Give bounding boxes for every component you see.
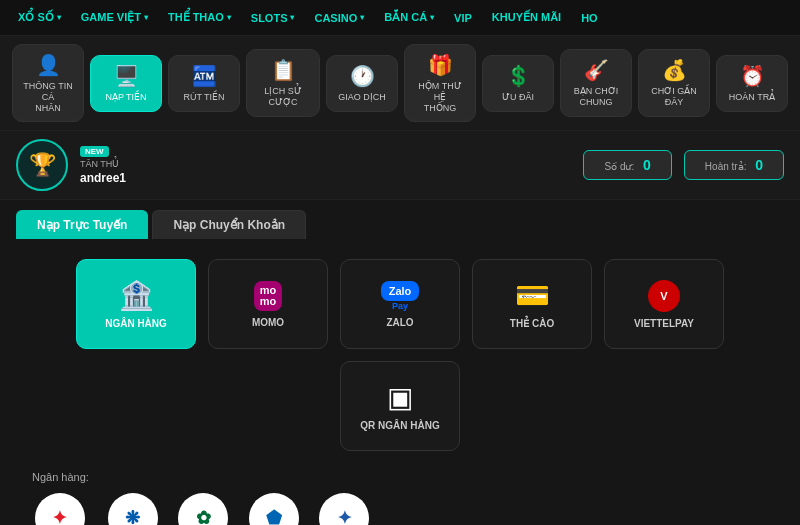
hoan-tra-icon: ⏰ xyxy=(740,64,765,88)
balance-label: Số dư: 0 xyxy=(604,157,650,173)
payment-btn-ngan-hang[interactable]: 🏦NGÂN HÀNG xyxy=(76,259,196,349)
lich-su-icon: 📋 xyxy=(271,58,296,82)
chevron-down-icon: ▾ xyxy=(227,13,231,22)
momo-label: MOMO xyxy=(252,317,284,328)
giao-dich-icon: 🕐 xyxy=(350,64,375,88)
nav-item-game-việt[interactable]: GAME VIỆT▾ xyxy=(71,11,158,24)
vietcombank-icon: ✿ xyxy=(178,493,228,525)
hoantra-value: 0 xyxy=(755,157,763,173)
tab-Nạp-Trực-Tuyến[interactable]: Nạp Trực Tuyến xyxy=(16,210,148,239)
ngan-hang-label: NGÂN HÀNG xyxy=(105,318,167,329)
chevron-down-icon: ▾ xyxy=(290,13,294,22)
icon-btn-nap-tien[interactable]: 🖥️NẠP TIỀN xyxy=(90,55,162,112)
thong-tin-icon: 👤 xyxy=(36,53,61,77)
icon-btn-ban-choi[interactable]: 🎸BẠN CHƠI CHUNG xyxy=(560,49,632,117)
nav-item-slots[interactable]: SLOTS▾ xyxy=(241,12,305,24)
icon-btn-lich-su[interactable]: 📋LỊCH SỬ CƯỢC xyxy=(246,49,320,117)
balance-box: Số dư: 0 xyxy=(583,150,671,180)
chevron-down-icon: ▾ xyxy=(144,13,148,22)
ngan-hang-icon: 🏦 xyxy=(119,279,154,312)
nap-tien-icon: 🖥️ xyxy=(114,64,139,88)
choi-gan-icon: 💰 xyxy=(662,58,687,82)
user-name: andree1 xyxy=(80,171,126,185)
bank-logos: ✦Techcombank❋Sacombank✿Vietcombank⬟Vieti… xyxy=(32,493,768,525)
icon-btn-hoan-tra[interactable]: ⏰HOÀN TRẢ xyxy=(716,55,788,112)
bank-logo-vietinbank[interactable]: ⬟Vietinbank xyxy=(249,493,299,525)
user-badge: NEW xyxy=(80,146,109,157)
nav-item-bắn-cá[interactable]: BẮN CÁ▾ xyxy=(374,11,444,24)
ban-choi-label: BẠN CHƠI CHUNG xyxy=(574,86,619,108)
sacombank-icon: ❋ xyxy=(108,493,158,525)
hom-thu-label: HỘM THƯ HỆ THỐNG xyxy=(411,81,469,113)
icon-btn-rut-tien[interactable]: 🏧RÚT TIỀN xyxy=(168,55,240,112)
chevron-down-icon: ▾ xyxy=(430,13,434,22)
hoantra-label: Hoàn trả: 0 xyxy=(705,157,763,173)
chevron-down-icon: ▾ xyxy=(57,13,61,22)
bank-logo-bidvbank[interactable]: ✦BIDVBank xyxy=(319,493,369,525)
nap-tien-label: NẠP TIỀN xyxy=(105,92,146,103)
hoantra-box: Hoàn trả: 0 xyxy=(684,150,784,180)
bank-logo-vietcombank[interactable]: ✿Vietcombank xyxy=(178,493,230,525)
icon-btn-giao-dich[interactable]: 🕐GIAO DỊCH xyxy=(326,55,398,112)
ban-choi-icon: 🎸 xyxy=(584,58,609,82)
rut-tien-icon: 🏧 xyxy=(192,64,217,88)
uu-dai-icon: 💲 xyxy=(506,64,531,88)
the-cao-label: THẺ CÀO xyxy=(510,318,554,329)
nav-item-khuyến-mãi[interactable]: KHUYẾN MÃI xyxy=(482,11,571,24)
rut-tien-label: RÚT TIỀN xyxy=(183,92,224,103)
hom-thu-icon: 🎁 xyxy=(428,53,453,77)
payment-btn-momo[interactable]: momoMOMO xyxy=(208,259,328,349)
lich-su-label: LỊCH SỬ CƯỢC xyxy=(253,86,313,108)
avatar: 🏆 xyxy=(16,139,68,191)
bidvbank-icon: ✦ xyxy=(319,493,369,525)
zalo-icon: ZaloPay xyxy=(381,281,420,311)
icon-btn-uu-dai[interactable]: 💲ƯU ĐÃI xyxy=(482,55,554,112)
payment-btn-zalo[interactable]: ZaloPayZALO xyxy=(340,259,460,349)
user-info: NEW TÂN THỦ andree1 xyxy=(80,146,126,185)
nav-item-xổ-số[interactable]: XỔ SỐ▾ xyxy=(8,11,71,24)
nav-item-casino[interactable]: CASINO▾ xyxy=(304,12,374,24)
momo-icon: momo xyxy=(254,281,283,311)
qr-ngan-hang-icon: ▣ xyxy=(387,381,413,414)
icon-bar: 👤THÔNG TIN CÁ NHÂN🖥️NẠP TIỀN🏧RÚT TIỀN📋LỊ… xyxy=(0,36,800,131)
bank-logo-sacombank[interactable]: ❋Sacombank xyxy=(108,493,158,525)
top-nav: XỔ SỐ▾GAME VIỆT▾THỂ THAO▾SLOTS▾CASINO▾BẮ… xyxy=(0,0,800,36)
tab-bar: Nạp Trực TuyếnNạp Chuyển Khoản xyxy=(0,200,800,239)
choi-gan-label: CHƠI GẦN ĐÂY xyxy=(645,86,703,108)
payment-grid: 🏦NGÂN HÀNGmomoMOMOZaloPayZALO💳THẺ CÀOVVI… xyxy=(16,259,784,451)
bank-section: Ngân hàng: ✦Techcombank❋Sacombank✿Vietco… xyxy=(16,471,784,525)
balance-value: 0 xyxy=(643,157,651,173)
payment-btn-viettelpay[interactable]: VVIETTELPAY xyxy=(604,259,724,349)
qr-ngan-hang-label: QR NGÂN HÀNG xyxy=(360,420,439,431)
viettelpay-label: VIETTELPAY xyxy=(634,318,694,329)
bank-section-label: Ngân hàng: xyxy=(32,471,768,483)
viettelpay-icon: V xyxy=(648,280,680,312)
thong-tin-label: THÔNG TIN CÁ NHÂN xyxy=(19,81,77,113)
zalo-label: ZALO xyxy=(386,317,413,328)
user-bar: 🏆 NEW TÂN THỦ andree1 Số dư: 0 Hoàn trả:… xyxy=(0,131,800,200)
icon-btn-choi-gan[interactable]: 💰CHƠI GẦN ĐÂY xyxy=(638,49,710,117)
giao-dich-label: GIAO DỊCH xyxy=(338,92,386,103)
hoan-tra-label: HOÀN TRẢ xyxy=(729,92,775,103)
main-content: 🏦NGÂN HÀNGmomoMOMOZaloPayZALO💳THẺ CÀOVVI… xyxy=(0,239,800,525)
payment-btn-qr-ngan-hang[interactable]: ▣QR NGÂN HÀNG xyxy=(340,361,460,451)
uu-dai-label: ƯU ĐÃI xyxy=(502,92,534,103)
icon-btn-thong-tin[interactable]: 👤THÔNG TIN CÁ NHÂN xyxy=(12,44,84,122)
chevron-down-icon: ▾ xyxy=(360,13,364,22)
techcombank-icon: ✦ xyxy=(35,493,85,525)
nav-item-thể-thao[interactable]: THỂ THAO▾ xyxy=(158,11,241,24)
bank-logo-techcombank[interactable]: ✦Techcombank xyxy=(32,493,88,525)
user-level: TÂN THỦ xyxy=(80,159,126,169)
vietinbank-icon: ⬟ xyxy=(249,493,299,525)
nav-item-ho[interactable]: HO xyxy=(571,12,608,24)
tab-Nạp-Chuyển-Khoản[interactable]: Nạp Chuyển Khoản xyxy=(152,210,306,239)
icon-btn-hom-thu[interactable]: 🎁HỘM THƯ HỆ THỐNG xyxy=(404,44,476,122)
payment-btn-the-cao[interactable]: 💳THẺ CÀO xyxy=(472,259,592,349)
nav-item-vip[interactable]: VIP xyxy=(444,12,482,24)
the-cao-icon: 💳 xyxy=(515,279,550,312)
